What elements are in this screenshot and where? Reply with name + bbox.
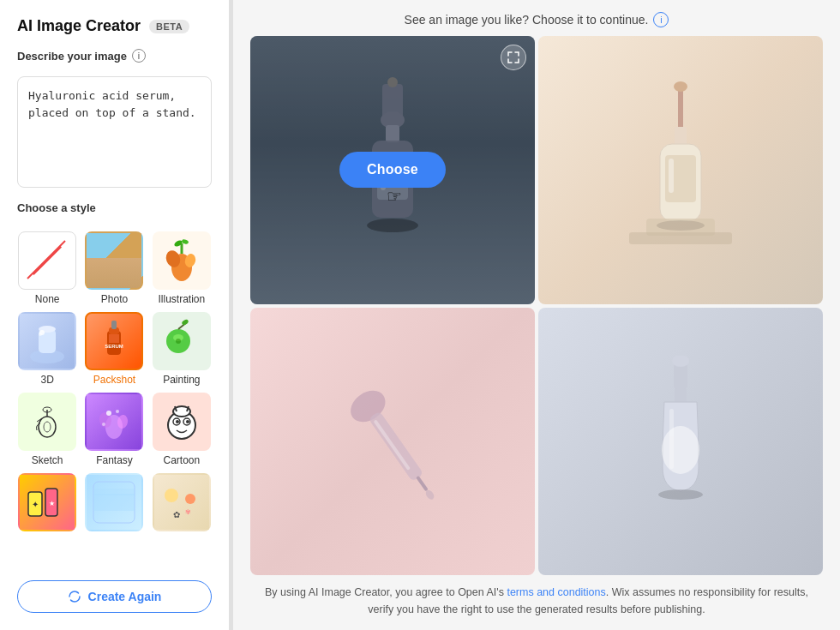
svg-rect-76 — [675, 388, 687, 404]
style-item-3d[interactable]: 3D — [17, 312, 77, 386]
style-name-3d: 3D — [40, 374, 53, 386]
svg-point-49 — [185, 494, 195, 504]
svg-point-31 — [116, 410, 119, 413]
top-bar-info-icon[interactable]: i — [653, 12, 669, 27]
svg-text:SERUM: SERUM — [105, 344, 124, 349]
svg-point-32 — [102, 423, 105, 426]
style-thumb-fantasy — [85, 393, 143, 451]
svg-point-79 — [658, 489, 703, 500]
style-thumb-row4c: ✿ ✾ — [153, 473, 211, 531]
sidebar: AI Image Creator BETA Describe your imag… — [0, 0, 230, 630]
svg-rect-15 — [109, 334, 119, 343]
top-bar-text: See an image you like? Choose it to cont… — [405, 13, 649, 27]
image-cell-4[interactable] — [538, 308, 823, 576]
style-item-row4a[interactable]: ✦ ★ — [17, 473, 77, 535]
svg-text:✦: ✦ — [32, 500, 39, 509]
style-item-illustration[interactable]: Illustration — [152, 231, 212, 305]
svg-point-30 — [106, 411, 111, 416]
app-title: AI Image Creator — [17, 17, 141, 35]
style-thumb-sketch — [18, 393, 76, 451]
svg-text:★: ★ — [49, 500, 55, 507]
image-cell-2[interactable] — [538, 36, 823, 304]
style-thumb-row4a: ✦ ★ — [18, 473, 76, 531]
app-header: AI Image Creator BETA — [17, 17, 212, 35]
style-item-sketch[interactable]: Sketch — [17, 393, 77, 466]
beta-badge: BETA — [149, 20, 189, 33]
svg-point-24 — [44, 422, 51, 432]
style-name-cartoon: Cartoon — [163, 454, 200, 466]
describe-info-icon[interactable]: i — [132, 49, 146, 63]
bottle-image-4 — [625, 356, 736, 527]
style-item-photo[interactable]: Photo — [84, 231, 144, 305]
svg-rect-65 — [669, 159, 674, 193]
style-name-fantasy: Fantasy — [96, 454, 133, 466]
style-item-cartoon[interactable]: Cartoon — [152, 393, 212, 466]
terms-link[interactable]: terms and conditions — [507, 586, 605, 598]
top-bar: See an image you like? Choose it to cont… — [233, 0, 840, 36]
svg-point-11 — [39, 333, 42, 336]
svg-rect-67 — [629, 232, 732, 244]
describe-label: Describe your image i — [17, 49, 212, 63]
svg-rect-71 — [416, 476, 429, 492]
style-thumb-illustration — [153, 231, 211, 290]
svg-line-0 — [27, 241, 65, 279]
svg-point-21 — [181, 319, 189, 326]
create-again-button[interactable]: Create Again — [17, 580, 212, 613]
svg-point-61 — [674, 81, 687, 92]
style-thumb-row4b — [85, 473, 143, 531]
svg-rect-73 — [374, 419, 411, 471]
images-grid: Choose ☞ — [233, 36, 840, 575]
svg-rect-78 — [669, 409, 674, 469]
svg-text:✿: ✿ — [173, 510, 180, 519]
style-name-photo: Photo — [101, 293, 128, 305]
style-thumb-painting — [153, 312, 211, 370]
svg-point-19 — [176, 339, 181, 344]
style-item-fantasy[interactable]: Fantasy — [84, 393, 144, 466]
describe-section: Describe your image i — [17, 49, 212, 63]
style-name-packshot: Packshot — [93, 374, 135, 386]
svg-rect-62 — [675, 127, 687, 146]
style-item-row4b[interactable] — [84, 473, 144, 535]
svg-rect-14 — [111, 321, 117, 329]
svg-point-22 — [39, 417, 56, 437]
style-item-none[interactable]: None — [17, 231, 77, 305]
style-item-packshot[interactable]: SERUM Packshot — [84, 312, 144, 386]
style-name-none: None — [35, 293, 60, 305]
refresh-icon — [68, 590, 81, 603]
main-content: See an image you like? Choose it to cont… — [233, 0, 840, 630]
style-name-painting: Painting — [163, 374, 200, 386]
style-thumb-cartoon — [153, 393, 211, 451]
image-cell-3[interactable] — [250, 308, 535, 576]
choose-button[interactable]: Choose — [339, 152, 446, 188]
style-thumb-3d — [18, 312, 76, 370]
choose-overlay: Choose ☞ — [250, 36, 535, 304]
style-name-sketch: Sketch — [32, 454, 63, 466]
footer-text: By using AI Image Creator, you agree to … — [233, 575, 840, 630]
bottle-image-2 — [621, 80, 741, 260]
image-description-input[interactable]: Hyaluronic acid serum, placed on top of … — [17, 76, 212, 188]
style-item-row4c[interactable]: ✿ ✾ — [152, 473, 212, 535]
svg-point-37 — [186, 420, 189, 423]
style-name-illustration: Illustration — [158, 293, 205, 305]
svg-point-68 — [657, 220, 705, 231]
cursor-hand-icon: ☞ — [387, 186, 402, 207]
style-thumb-none — [18, 231, 76, 290]
style-grid: None Photo Illustration — [17, 231, 212, 535]
dropper-image-3 — [307, 356, 478, 527]
style-section-label: Choose a style — [17, 201, 212, 214]
svg-point-48 — [165, 489, 178, 502]
svg-text:✾: ✾ — [185, 508, 191, 516]
svg-point-77 — [662, 426, 699, 474]
image-cell-1[interactable]: Choose ☞ — [250, 36, 535, 304]
style-thumb-packshot: SERUM — [85, 312, 143, 370]
style-thumb-photo — [85, 231, 143, 290]
style-item-painting[interactable]: Painting — [152, 312, 212, 386]
svg-point-36 — [176, 420, 179, 423]
